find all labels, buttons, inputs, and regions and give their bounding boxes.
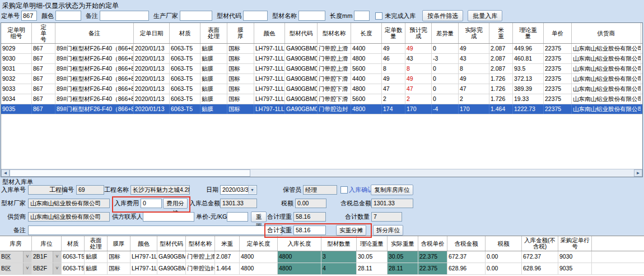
cell[interactable]: 47 — [382, 84, 405, 94]
cell[interactable]: 2.087 — [489, 44, 513, 53]
project-name-field[interactable]: 长沙万科魅力之城4.2期 — [130, 185, 190, 195]
remark-field[interactable] — [28, 226, 282, 235]
date-field[interactable]: 2020/03/31▼ — [220, 185, 257, 195]
table-row[interactable]: B区˅5B2F˅6063-T5贴膜国标LH797-1LL0GA90GBM05门带… — [0, 263, 644, 275]
cell[interactable]: 国标 — [108, 263, 130, 274]
cell[interactable]: LH797-1LL0 — [130, 251, 157, 263]
fee-field[interactable]: 0 — [141, 199, 162, 208]
cell[interactable]: 贴膜 — [200, 104, 227, 114]
cell[interactable]: 170 — [459, 104, 489, 114]
cell[interactable]: LH797-1LL0 — [254, 74, 285, 84]
cell[interactable]: 8 — [405, 64, 432, 73]
cell[interactable]: 43 — [459, 54, 489, 63]
cell[interactable]: 22375 — [544, 44, 572, 53]
cell[interactable]: 0 — [432, 74, 459, 84]
cell[interactable]: 门带腔边封 — [318, 104, 351, 114]
cell[interactable]: 2020/01/13 — [134, 74, 170, 84]
cell[interactable]: 9033 — [1, 84, 32, 94]
horizontal-scrollbar[interactable]: ◄ ► — [1, 169, 642, 177]
cell[interactable]: 22.375 — [418, 263, 447, 274]
cell[interactable]: 门带腔边封 — [186, 263, 215, 274]
cell[interactable]: LH797-1LL0 — [254, 44, 285, 53]
column-header[interactable]: 颜色 — [254, 23, 285, 43]
cell[interactable]: 8 — [459, 64, 489, 73]
cell[interactable]: 山东南山铝业股份有限公司 — [572, 44, 641, 53]
cell[interactable]: 国标 — [108, 251, 130, 263]
cell[interactable]: 0 — [432, 94, 459, 104]
cell[interactable]: 672.37 — [447, 251, 486, 263]
cell[interactable]: 5600 — [351, 64, 382, 73]
cell[interactable]: 门带腔下滑 — [318, 94, 351, 104]
cell[interactable]: 4800 — [351, 104, 382, 114]
cell[interactable]: -3 — [432, 54, 459, 63]
factory-field[interactable]: 山东南山铝业股份有限公司 — [28, 199, 110, 208]
cell[interactable]: GA90GBM05 — [157, 263, 186, 274]
column-header[interactable]: 米 重 — [489, 23, 513, 43]
column-header[interactable]: 膜 厚 — [227, 23, 254, 43]
dropdown-arrow-icon[interactable]: ˅ — [53, 263, 61, 274]
cell[interactable]: 28.11 — [388, 263, 418, 274]
total-theory-field[interactable]: 58.16 — [293, 212, 326, 222]
cell[interactable]: 0.00 — [486, 251, 522, 263]
cell[interactable]: 门带腔下滑 — [318, 74, 351, 84]
cell[interactable]: 门带腔上滑 — [186, 251, 215, 263]
cell[interactable]: 4400 — [351, 44, 382, 53]
cell[interactable]: 9029 — [1, 44, 32, 53]
cell[interactable]: 6063-T5 — [62, 263, 85, 274]
cell[interactable]: 0 — [432, 64, 459, 73]
cell[interactable]: 9034 — [1, 94, 32, 104]
cell[interactable]: 49 — [382, 44, 405, 53]
cell[interactable]: 国标 — [227, 74, 254, 84]
cell[interactable]: 628.96 — [522, 263, 558, 274]
fee-allocate-button[interactable]: 费用分摊 — [163, 198, 188, 209]
cell[interactable]: 门带腔上滑 — [318, 44, 351, 53]
cell[interactable]: 49 — [459, 44, 489, 53]
column-header[interactable]: 税额 — [486, 236, 522, 251]
cell[interactable]: 4800 — [240, 263, 278, 274]
cell[interactable]: 93.5 — [513, 64, 544, 73]
cell[interactable]: 国标 — [227, 94, 254, 104]
cell[interactable]: 2020/01/13 — [134, 54, 170, 63]
scroll-right-icon[interactable]: ► — [634, 169, 642, 177]
cell[interactable]: 6063-T5 — [170, 94, 200, 104]
cell[interactable]: 174 — [382, 104, 405, 114]
cell[interactable]: GA90GBM04 — [285, 74, 318, 84]
split-location-button[interactable]: 拆分库位 — [373, 225, 403, 236]
cell[interactable]: GA90GBM05 — [285, 104, 318, 114]
keeper-field[interactable]: 经理 — [303, 185, 337, 195]
cell[interactable]: GA90GBM03 — [285, 44, 318, 53]
cell[interactable]: 2 — [382, 94, 405, 104]
cell[interactable]: 贴膜 — [200, 44, 227, 53]
cell[interactable]: 89#门框型材F26-F40（866+867） — [55, 104, 134, 114]
cell[interactable]: GA90GBM04 — [285, 84, 318, 94]
cell[interactable]: -4 — [432, 104, 459, 114]
cell[interactable]: 国标 — [227, 84, 254, 94]
column-header[interactable]: 理论重量 — [357, 236, 388, 251]
column-header[interactable]: 颜色 — [130, 236, 157, 251]
tax-field[interactable]: 0.00 — [295, 199, 326, 208]
column-header[interactable]: 差异量 — [432, 23, 459, 43]
cell[interactable]: 6063-T5 — [170, 74, 200, 84]
column-header[interactable]: 型材代码 — [285, 23, 318, 43]
cell[interactable]: 49 — [405, 44, 432, 53]
cell[interactable]: 6063-T5 — [62, 251, 85, 263]
cell[interactable]: 89#门框型材F26-F40（866+867） — [55, 64, 134, 73]
cell[interactable]: B区˅ — [0, 251, 32, 263]
cell[interactable]: 2020/01/13 — [134, 94, 170, 104]
cell[interactable]: 国标 — [227, 44, 254, 53]
cell[interactable]: 6063-T5 — [170, 54, 200, 63]
color-input[interactable] — [55, 11, 81, 21]
cell[interactable]: GA90GBM03 — [157, 251, 186, 263]
supplier-field[interactable]: 山东南山铝业股份有限公司 — [28, 212, 110, 222]
column-header[interactable]: 长度 — [351, 23, 382, 43]
cell[interactable]: 3 — [321, 251, 357, 263]
cell[interactable]: 89#门框型材F26-F40（866+867） — [55, 54, 134, 63]
table-row[interactable]: B区˅2B1F˅6063-T5贴膜国标LH797-1LL0GA90GBM03门带… — [0, 251, 644, 263]
column-header[interactable]: 理论重 量 — [513, 23, 544, 43]
column-header[interactable]: 定单数 量 — [382, 23, 405, 43]
column-header[interactable]: 定 单 号 — [32, 23, 55, 43]
cell[interactable]: 867 — [32, 54, 55, 63]
column-header[interactable]: 米重 — [215, 236, 240, 251]
column-header[interactable]: 定单长度 — [240, 236, 278, 251]
cell[interactable]: 贴膜 — [200, 94, 227, 104]
